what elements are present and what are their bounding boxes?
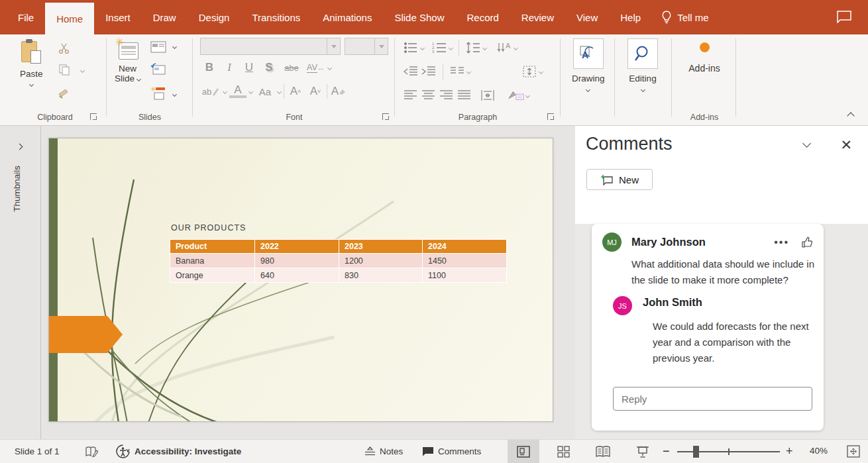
numbering-icon[interactable]: 123 bbox=[431, 40, 447, 56]
addins-button[interactable]: Add-ins bbox=[681, 42, 728, 74]
products-table[interactable]: Product 2022 2023 2024 Banana 980 1200 1… bbox=[170, 239, 507, 283]
like-icon[interactable] bbox=[801, 236, 813, 248]
tab-file[interactable]: File bbox=[7, 0, 45, 34]
clipboard-dialog-launcher[interactable] bbox=[90, 113, 97, 120]
collapse-ribbon-chevron[interactable] bbox=[847, 112, 854, 119]
editing-button[interactable]: Editing bbox=[627, 38, 658, 91]
slide-show-button[interactable] bbox=[627, 440, 659, 463]
paste-button[interactable]: Paste bbox=[20, 40, 43, 86]
table-cell[interactable]: 640 bbox=[255, 268, 339, 283]
table-header-product[interactable]: Product bbox=[170, 240, 255, 254]
zoom-out-button[interactable]: − bbox=[663, 444, 670, 458]
tab-design[interactable]: Design bbox=[188, 0, 241, 34]
slide-indicator[interactable]: Slide 1 of 1 bbox=[15, 440, 60, 463]
tab-slide-show[interactable]: Slide Show bbox=[383, 0, 455, 34]
align-right-icon[interactable] bbox=[439, 87, 455, 103]
arrow-shape[interactable] bbox=[49, 316, 123, 353]
thumbnails-pane-collapsed[interactable]: Thumbnails bbox=[0, 126, 41, 439]
cut-button[interactable] bbox=[58, 42, 70, 57]
accessibility-status[interactable]: Accessibility: Investigate bbox=[135, 440, 241, 463]
highlight-chevron[interactable] bbox=[223, 89, 227, 93]
reset-button[interactable] bbox=[150, 62, 166, 78]
tab-home[interactable]: Home bbox=[45, 3, 94, 34]
columns-icon[interactable] bbox=[449, 64, 465, 79]
font-color-button[interactable]: A bbox=[229, 85, 246, 98]
drawing-button[interactable]: A Drawing bbox=[572, 38, 605, 91]
font-dialog-launcher[interactable] bbox=[382, 113, 389, 120]
fit-slide-to-window-button[interactable] bbox=[847, 445, 860, 460]
table-cell[interactable]: 1200 bbox=[339, 254, 423, 268]
table-header-2022[interactable]: 2022 bbox=[255, 240, 339, 254]
line-spacing-icon[interactable] bbox=[465, 40, 481, 56]
table-cell[interactable]: 830 bbox=[339, 268, 423, 283]
paragraph-dialog-launcher[interactable] bbox=[547, 113, 554, 120]
expand-thumbnails-chevron[interactable] bbox=[17, 144, 23, 150]
underline-button[interactable]: U bbox=[241, 60, 258, 76]
font-name-combo[interactable] bbox=[200, 38, 341, 55]
text-shadow-button[interactable]: S bbox=[260, 60, 278, 76]
character-spacing-chevron[interactable] bbox=[327, 65, 332, 70]
zoom-in-button[interactable]: + bbox=[786, 444, 793, 458]
shrink-font-button[interactable]: A˅ bbox=[307, 83, 324, 99]
new-slide-button[interactable]: ✳ New Slide bbox=[115, 40, 140, 83]
section-dropdown-chevron[interactable] bbox=[172, 92, 177, 97]
table-header-2024[interactable]: 2024 bbox=[423, 240, 507, 254]
text-direction-icon[interactable]: A bbox=[496, 40, 512, 56]
add-remove-columns-icon[interactable] bbox=[480, 87, 496, 103]
strikethrough-button[interactable]: abe bbox=[280, 60, 303, 76]
copy-dropdown-chevron[interactable] bbox=[80, 68, 85, 73]
highlight-button[interactable]: ab bbox=[201, 83, 221, 99]
justify-icon[interactable] bbox=[457, 87, 472, 103]
bullets-icon[interactable] bbox=[403, 40, 419, 56]
clear-formatting-button[interactable]: A bbox=[330, 83, 347, 99]
font-color-chevron[interactable] bbox=[248, 89, 253, 93]
smartart-chevron[interactable] bbox=[525, 93, 530, 97]
font-size-combo[interactable] bbox=[345, 38, 388, 55]
tab-draw[interactable]: Draw bbox=[142, 0, 188, 34]
reading-view-button[interactable] bbox=[587, 440, 619, 463]
table-cell[interactable]: Orange bbox=[170, 268, 255, 283]
slide-title[interactable]: OUR PRODUCTS bbox=[171, 223, 246, 232]
comments-panel-chevron-down-icon[interactable] bbox=[802, 139, 811, 148]
tab-review[interactable]: Review bbox=[510, 0, 565, 34]
align-text-chevron[interactable] bbox=[539, 69, 543, 74]
tab-record[interactable]: Record bbox=[455, 0, 510, 34]
text-direction-chevron[interactable] bbox=[514, 45, 518, 50]
layout-dropdown-chevron[interactable] bbox=[172, 44, 177, 49]
increase-indent-icon[interactable] bbox=[421, 64, 437, 79]
decrease-indent-icon[interactable] bbox=[403, 64, 419, 79]
align-text-icon[interactable] bbox=[521, 64, 537, 79]
section-button[interactable]: ✳ bbox=[150, 86, 166, 103]
reply-input[interactable] bbox=[613, 387, 812, 411]
comment-card[interactable]: MJ Mary Johnson ••• What additional data… bbox=[592, 224, 824, 431]
table-header-2023[interactable]: 2023 bbox=[339, 240, 423, 254]
change-case-chevron[interactable] bbox=[277, 89, 282, 93]
tab-insert[interactable]: Insert bbox=[94, 0, 142, 34]
zoom-level[interactable]: 40% bbox=[810, 446, 828, 456]
spell-check-icon[interactable] bbox=[85, 440, 98, 463]
tab-help[interactable]: Help bbox=[609, 0, 652, 34]
character-spacing-button[interactable]: AV↔ bbox=[305, 60, 325, 76]
slide-sorter-view-button[interactable] bbox=[547, 440, 579, 463]
change-case-button[interactable]: Aa bbox=[255, 83, 275, 99]
zoom-slider-thumb[interactable] bbox=[693, 446, 699, 458]
new-comment-button[interactable]: New bbox=[586, 169, 653, 190]
italic-button[interactable]: I bbox=[221, 60, 238, 76]
tab-animations[interactable]: Animations bbox=[311, 0, 383, 34]
notes-button[interactable]: Notes bbox=[364, 440, 403, 463]
comments-button[interactable]: Comments bbox=[422, 440, 481, 463]
tab-view[interactable]: View bbox=[565, 0, 609, 34]
comments-panel-close-icon[interactable]: ✕ bbox=[840, 138, 852, 152]
comment-more-options-icon[interactable]: ••• bbox=[774, 236, 789, 248]
copy-button[interactable] bbox=[58, 64, 70, 78]
format-painter-button[interactable] bbox=[57, 87, 70, 102]
line-spacing-chevron[interactable] bbox=[482, 45, 487, 50]
align-left-icon[interactable] bbox=[403, 87, 419, 103]
tab-transitions[interactable]: Transitions bbox=[241, 0, 311, 34]
grow-font-button[interactable]: A˄ bbox=[287, 83, 304, 99]
smartart-icon[interactable] bbox=[508, 87, 524, 103]
tell-me-button[interactable]: Tell me bbox=[652, 0, 718, 34]
comments-toggle-icon[interactable] bbox=[836, 10, 852, 26]
slide-canvas[interactable]: OUR PRODUCTS Product 2022 2023 2024 Bana… bbox=[48, 138, 553, 422]
align-center-icon[interactable] bbox=[421, 87, 437, 103]
